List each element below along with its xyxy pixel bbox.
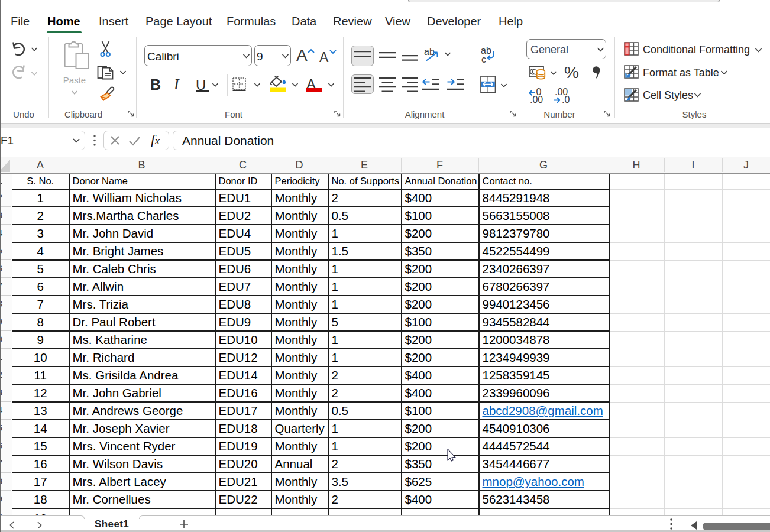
svg-text:.00: .00	[530, 95, 543, 105]
svg-text:.0: .0	[562, 95, 570, 105]
